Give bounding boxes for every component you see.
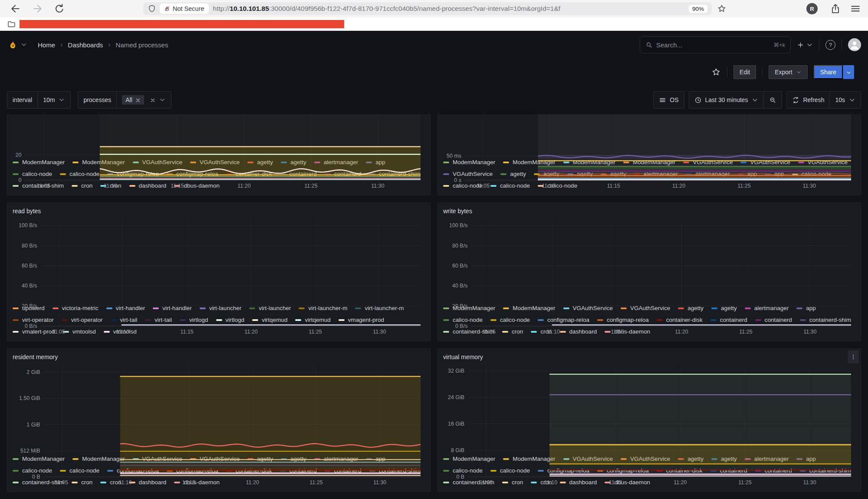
panel-title[interactable]: virtual memory: [443, 351, 855, 363]
svg-text:60 B/s: 60 B/s: [452, 263, 467, 269]
panel-title[interactable]: write bytes: [443, 205, 855, 217]
bookmarks-bar: [0, 17, 868, 31]
new-button[interactable]: [797, 41, 813, 49]
search-field[interactable]: [656, 41, 770, 49]
chart-canvas[interactable]: 11:0511:1011:1511:2011:2511:300 s50 ms: [443, 114, 855, 155]
svg-text:32 GiB: 32 GiB: [448, 368, 464, 374]
url-text[interactable]: http://10.10.101.85:30000/d/409f956b-f12…: [213, 5, 689, 13]
search-shortcut: ⌘+k: [773, 42, 785, 48]
svg-text:1 GiB: 1 GiB: [26, 422, 40, 428]
browser-reload-icon[interactable]: [54, 3, 65, 14]
svg-text:11:05: 11:05: [480, 479, 493, 486]
browser-back-icon[interactable]: [10, 3, 21, 14]
divider: [842, 39, 842, 50]
zoom-out-icon: [769, 96, 776, 104]
logo-menu-chevron-icon[interactable]: [20, 41, 27, 48]
breadcrumb-home[interactable]: Home: [38, 41, 55, 49]
clear-all-icon[interactable]: [150, 97, 155, 102]
not-secure-badge[interactable]: Not Secure: [160, 3, 209, 14]
help-icon[interactable]: ?: [825, 40, 835, 50]
svg-text:11:25: 11:25: [309, 479, 322, 486]
chart-canvas[interactable]: 11:0511:1011:1511:2011:2511:300 B512 MiB…: [13, 363, 425, 451]
breadcrumb: Home › Dashboards › Named processes: [38, 41, 168, 49]
chart-canvas[interactable]: 11:0511:1011:1511:2011:2511:30020: [13, 114, 425, 155]
panel-read-bytes: read bytes 11:0511:1011:1511:2011:2511:3…: [7, 202, 431, 341]
panel-top-right: 11:0511:1011:1511:2011:2511:300 s50 ms M…: [437, 114, 861, 195]
clock-icon: [694, 96, 702, 104]
svg-text:11:25: 11:25: [304, 183, 317, 189]
user-avatar[interactable]: [848, 38, 861, 51]
processes-select[interactable]: All: [116, 92, 171, 108]
panel-title[interactable]: read bytes: [13, 205, 425, 217]
refresh-button[interactable]: Refresh: [786, 91, 830, 109]
share-menu-caret[interactable]: [843, 65, 854, 79]
breadcrumb-current: Named processes: [116, 41, 168, 49]
svg-text:20 B/s: 20 B/s: [22, 303, 37, 309]
chart-canvas[interactable]: 11:0511:1011:1511:2011:2511:300 B/s20 B/…: [443, 217, 855, 301]
interval-select[interactable]: 10m: [37, 92, 70, 108]
bookmark-star-icon[interactable]: [717, 4, 727, 13]
divider: [819, 39, 819, 50]
svg-text:11:15: 11:15: [607, 183, 620, 189]
svg-text:11:10: 11:10: [544, 479, 557, 486]
svg-text:80 B/s: 80 B/s: [452, 243, 467, 249]
divider: [762, 66, 763, 78]
zoom-out-time-button[interactable]: [764, 91, 782, 109]
browser-menu-icon[interactable]: [850, 3, 861, 14]
chevron-down-icon: [159, 96, 166, 103]
svg-text:60 B/s: 60 B/s: [22, 263, 37, 269]
chart-canvas[interactable]: 11:0511:1011:1511:2011:2511:300 B8 GiB16…: [443, 363, 855, 451]
edit-button[interactable]: Edit: [733, 65, 756, 79]
svg-text:11:05: 11:05: [55, 479, 68, 486]
svg-text:20 B/s: 20 B/s: [452, 303, 467, 309]
svg-text:11:15: 11:15: [171, 183, 184, 189]
svg-text:11:10: 11:10: [116, 329, 129, 335]
remove-tag-icon[interactable]: [135, 97, 141, 102]
time-range-picker[interactable]: Last 30 minutes: [689, 91, 764, 109]
svg-text:100 B/s: 100 B/s: [19, 222, 37, 228]
processes-value-tag[interactable]: All: [122, 95, 144, 105]
svg-text:11:10: 11:10: [547, 329, 560, 335]
svg-text:11:25: 11:25: [738, 479, 751, 486]
panel-top-left: 11:0511:1011:1511:2011:2511:30020 ModemM…: [7, 114, 431, 195]
search-input[interactable]: ⌘+k: [640, 36, 791, 53]
grafana-logo-icon[interactable]: [7, 39, 19, 51]
svg-text:11:10: 11:10: [104, 183, 117, 189]
browser-profile-avatar[interactable]: R: [806, 3, 818, 14]
refresh-icon: [792, 96, 799, 104]
panel-title[interactable]: resident memory: [13, 351, 425, 363]
browser-share-icon[interactable]: [830, 3, 841, 14]
svg-text:11:30: 11:30: [373, 329, 386, 335]
shield-icon[interactable]: [148, 4, 156, 13]
folder-icon[interactable]: [7, 20, 16, 29]
chart-canvas[interactable]: 11:0511:1011:1511:2011:2511:300 B/s20 B/…: [13, 217, 425, 301]
svg-text:11:15: 11:15: [609, 479, 622, 486]
os-filter-button[interactable]: OS: [653, 91, 684, 109]
svg-text:40 B/s: 40 B/s: [452, 283, 467, 289]
panel-menu-kebab-icon[interactable]: [848, 350, 859, 364]
svg-text:50 ms: 50 ms: [447, 153, 461, 159]
favorite-star-icon[interactable]: [711, 67, 721, 77]
svg-text:11:05: 11:05: [37, 183, 50, 189]
svg-text:11:30: 11:30: [803, 479, 816, 486]
screen: Not Secure http://10.10.101.85:30000/d/4…: [0, 0, 868, 499]
page-zoom-badge[interactable]: 90%: [689, 5, 707, 13]
chevron-down-icon: [806, 41, 813, 48]
grafana-top-nav: Home › Dashboards › Named processes ⌘+k …: [0, 31, 868, 59]
address-bar[interactable]: Not Secure http://10.10.101.85:30000/d/4…: [143, 2, 712, 15]
svg-text:0 B/s: 0 B/s: [25, 323, 37, 329]
refresh-interval-select[interactable]: 10s: [830, 91, 861, 109]
svg-text:11:10: 11:10: [118, 479, 132, 486]
list-icon: [659, 96, 666, 104]
svg-text:11:20: 11:20: [675, 329, 688, 335]
breadcrumb-dashboards[interactable]: Dashboards: [68, 41, 103, 49]
dashboard-controls-bar: interval 10m processes All: [0, 86, 868, 114]
share-button[interactable]: Share: [814, 65, 843, 79]
svg-text:11:20: 11:20: [244, 329, 257, 335]
browser-forward-icon[interactable]: [32, 3, 43, 14]
export-button[interactable]: Export: [769, 65, 807, 79]
panel-write-bytes: write bytes 11:0511:1011:1511:2011:2511:…: [437, 202, 861, 341]
svg-text:2 GiB: 2 GiB: [26, 369, 40, 375]
dashboard-grid: 11:0511:1011:1511:2011:2511:30020 ModemM…: [0, 114, 868, 498]
breadcrumb-separator: ›: [108, 41, 110, 49]
